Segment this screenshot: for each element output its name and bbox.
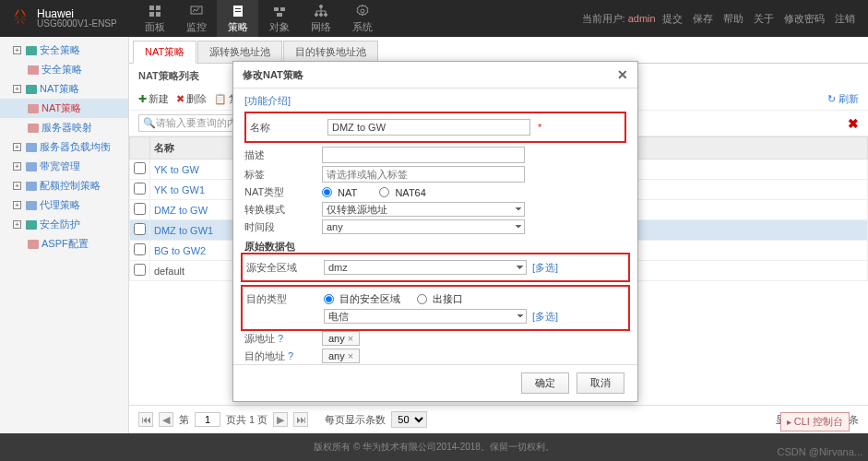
row-checkbox[interactable] bbox=[134, 223, 146, 235]
nav-object[interactable]: 对象 bbox=[258, 0, 300, 37]
col-header[interactable]: 名称 bbox=[150, 137, 233, 160]
link-commit[interactable]: 提交 bbox=[662, 13, 683, 24]
sidebar-item[interactable]: +安全防护 bbox=[0, 215, 128, 234]
expand-icon[interactable]: + bbox=[13, 46, 21, 54]
src-addr-chip[interactable]: any× bbox=[322, 331, 360, 346]
chip-remove-icon[interactable]: × bbox=[348, 350, 353, 361]
nav-dashboard[interactable]: 面板 bbox=[134, 0, 175, 37]
nav-system[interactable]: 系统 bbox=[341, 0, 383, 37]
svg-rect-7 bbox=[235, 11, 241, 12]
cancel-button[interactable]: 取消 bbox=[577, 372, 624, 394]
help-icon[interactable]: ? bbox=[288, 350, 293, 361]
time-select[interactable]: any bbox=[322, 219, 525, 234]
col-header[interactable] bbox=[130, 137, 150, 160]
sidebar-label: ASPF配置 bbox=[42, 237, 89, 251]
chip-remove-icon[interactable]: × bbox=[348, 333, 353, 344]
tag-input[interactable] bbox=[322, 166, 525, 183]
modal-close-icon[interactable]: ✕ bbox=[617, 67, 628, 82]
dst-zone-radio[interactable] bbox=[324, 294, 334, 304]
row-checkbox[interactable] bbox=[134, 243, 146, 255]
row-checkbox[interactable] bbox=[134, 203, 146, 215]
svg-rect-9 bbox=[280, 7, 285, 11]
tab-nat-policy[interactable]: NAT策略 bbox=[133, 41, 196, 64]
sidebar-item[interactable]: +服务器负载均衡 bbox=[0, 137, 128, 157]
pager-first[interactable]: ⏮ bbox=[138, 412, 153, 427]
row-checkbox[interactable] bbox=[134, 264, 146, 276]
current-user: admin bbox=[628, 13, 656, 24]
svg-rect-21 bbox=[26, 143, 37, 152]
top-nav: 面板 监控 策略 对象 网络 系统 bbox=[134, 0, 383, 37]
expand-icon[interactable]: + bbox=[13, 220, 21, 229]
svg-rect-24 bbox=[26, 201, 37, 210]
policy-icon bbox=[231, 4, 245, 18]
row-checkbox[interactable] bbox=[134, 183, 146, 195]
sidebar-item[interactable]: 服务器映射 bbox=[0, 118, 128, 137]
svg-rect-6 bbox=[235, 8, 241, 9]
pager-next[interactable]: ▶ bbox=[273, 412, 288, 427]
sidebar-item[interactable]: +NAT策略 bbox=[0, 79, 128, 99]
tree-icon bbox=[26, 161, 37, 172]
sidebar-item[interactable]: +安全策略 bbox=[0, 41, 128, 60]
pager-last[interactable]: ⏭ bbox=[293, 412, 308, 427]
new-button[interactable]: ✚新建 bbox=[138, 92, 169, 106]
svg-rect-16 bbox=[26, 46, 37, 55]
dst-zone-multi-link[interactable]: [多选] bbox=[532, 310, 558, 324]
dst-zone-select[interactable]: 电信 bbox=[324, 309, 527, 324]
nav-monitor[interactable]: 监控 bbox=[175, 0, 217, 37]
sidebar-item[interactable]: NAT策略 bbox=[0, 99, 128, 118]
tabs: NAT策略 源转换地址池 目的转换地址池 bbox=[129, 37, 868, 64]
cli-console-button[interactable]: ▸ CLI 控制台 bbox=[780, 412, 850, 431]
expand-icon[interactable]: + bbox=[13, 162, 21, 171]
svg-rect-17 bbox=[28, 65, 39, 75]
help-icon[interactable]: ? bbox=[278, 333, 283, 344]
pager-perpage[interactable]: 50 bbox=[391, 411, 427, 428]
sidebar-item[interactable]: +带宽管理 bbox=[0, 157, 128, 176]
tree-icon bbox=[26, 142, 37, 153]
name-input[interactable] bbox=[327, 119, 530, 136]
expand-icon[interactable]: + bbox=[13, 85, 21, 93]
expand-icon[interactable]: + bbox=[13, 201, 21, 209]
expand-icon[interactable]: + bbox=[13, 182, 21, 190]
row-checkbox[interactable] bbox=[134, 162, 146, 174]
pager-prev[interactable]: ◀ bbox=[159, 412, 173, 427]
sidebar-item[interactable]: ASPF配置 bbox=[0, 234, 128, 254]
link-about[interactable]: 关于 bbox=[754, 13, 774, 24]
sidebar-label: 代理策略 bbox=[40, 198, 80, 212]
sidebar-label: 安全防护 bbox=[40, 218, 80, 231]
dst-addr-chip[interactable]: any× bbox=[322, 349, 360, 363]
footer: 版权所有 © 华为技术有限公司2014-2018。保留一切权利。 bbox=[0, 433, 868, 461]
delete-button[interactable]: ✖删除 bbox=[176, 92, 207, 106]
link-logout[interactable]: 注销 bbox=[835, 13, 855, 24]
ok-button[interactable]: 确定 bbox=[521, 372, 569, 394]
sidebar: +安全策略安全策略+NAT策略NAT策略服务器映射+服务器负载均衡+带宽管理+配… bbox=[0, 37, 129, 433]
edit-nat-modal: 修改NAT策略 ✕ [功能介绍] 名称* 描述 标签 NAT类型 NAT NAT… bbox=[232, 61, 638, 402]
link-chpwd[interactable]: 修改密码 bbox=[784, 13, 825, 24]
src-zone-select[interactable]: dmz bbox=[324, 260, 527, 275]
svg-rect-18 bbox=[26, 85, 37, 94]
trans-mode-select[interactable]: 仅转换源地址 bbox=[322, 202, 525, 217]
src-zone-multi-link[interactable]: [多选] bbox=[532, 261, 558, 275]
nat64-radio[interactable] bbox=[379, 187, 389, 197]
desc-input[interactable] bbox=[322, 147, 525, 163]
refresh-button[interactable]: ↻ 刷新 bbox=[827, 92, 859, 106]
gear-icon bbox=[355, 4, 370, 18]
link-save[interactable]: 保存 bbox=[693, 13, 713, 24]
sidebar-item[interactable]: +代理策略 bbox=[0, 195, 128, 215]
nav-policy[interactable]: 策略 bbox=[217, 0, 258, 37]
sidebar-item[interactable]: 安全策略 bbox=[0, 60, 128, 79]
expand-icon[interactable]: + bbox=[13, 143, 21, 151]
sidebar-label: 安全策略 bbox=[40, 43, 80, 57]
intro-link[interactable]: [功能介绍] bbox=[244, 94, 626, 108]
svg-rect-1 bbox=[156, 6, 161, 10]
tab-dst-pool[interactable]: 目的转换地址池 bbox=[283, 41, 378, 63]
nav-network[interactable]: 网络 bbox=[300, 0, 341, 37]
link-help[interactable]: 帮助 bbox=[723, 13, 743, 24]
tree-icon bbox=[26, 200, 37, 211]
tab-src-pool[interactable]: 源转换地址池 bbox=[197, 41, 282, 63]
sidebar-item[interactable]: +配额控制策略 bbox=[0, 176, 128, 195]
pager-page-input[interactable] bbox=[195, 412, 220, 427]
model-name: USG6000V1-ENSP bbox=[37, 19, 117, 29]
nat-radio[interactable] bbox=[322, 187, 332, 197]
out-if-radio[interactable] bbox=[417, 294, 427, 304]
close-search-icon[interactable]: ✖ bbox=[848, 116, 859, 131]
